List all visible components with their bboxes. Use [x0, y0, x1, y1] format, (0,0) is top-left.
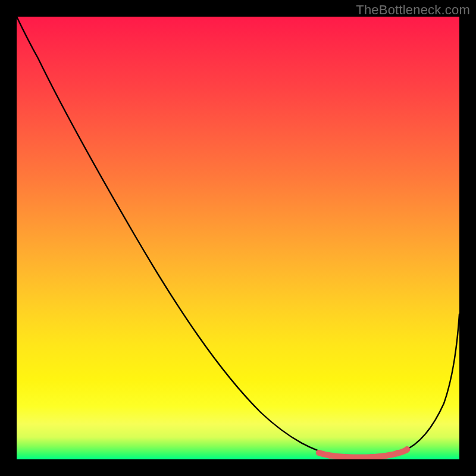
curve-overlay [17, 17, 459, 459]
svg-point-1 [327, 453, 333, 459]
svg-point-7 [404, 446, 410, 452]
svg-point-6 [394, 450, 400, 456]
plot-area [17, 17, 459, 459]
svg-point-5 [381, 453, 387, 459]
watermark-text: TheBottleneck.com [356, 2, 470, 18]
chart-frame: TheBottleneck.com [0, 0, 476, 476]
svg-point-0 [316, 450, 322, 456]
bottleneck-curve [17, 17, 459, 458]
